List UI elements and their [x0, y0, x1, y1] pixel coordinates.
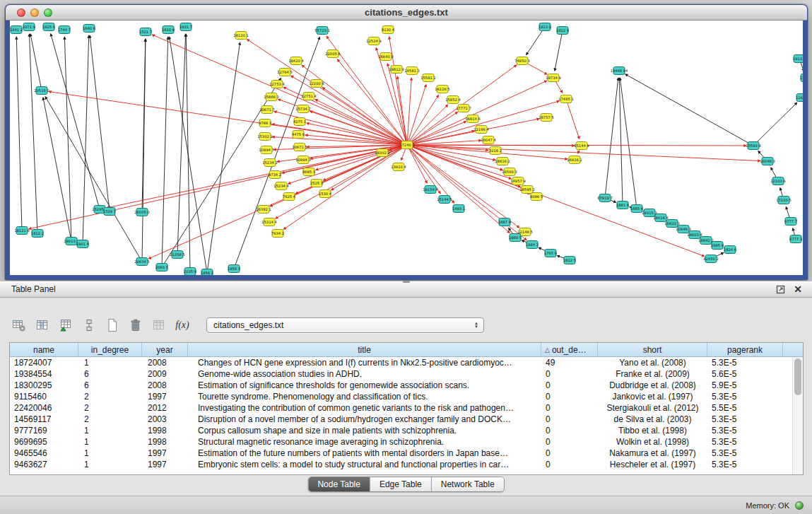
column-header-pagerank[interactable]: pagerank [707, 343, 783, 356]
tab-edge-table[interactable]: Edge Table [370, 477, 432, 491]
column-header-year[interactable]: year [142, 343, 188, 356]
graph-node[interactable]: 9788 3 [259, 119, 271, 127]
graph-node[interactable]: 15866 3 [264, 93, 278, 101]
zoom-window-button[interactable] [44, 8, 52, 17]
graph-node[interactable]: 22005 8 [325, 50, 340, 58]
network-canvas[interactable]: 17240 212524 916640 019812 914581 315581… [10, 21, 803, 275]
graph-node[interactable]: 18816 2 [495, 158, 510, 165]
show-columns-icon[interactable] [33, 316, 52, 334]
graph-node[interactable]: 1812 5 [563, 257, 576, 264]
graph-node[interactable]: 9734 2 [269, 171, 281, 179]
graph-node[interactable]: 16047 4 [481, 136, 496, 144]
graph-node[interactable]: 10994 7 [259, 146, 273, 154]
table-settings-icon[interactable] [10, 316, 28, 334]
graph-node[interactable]: 1640 6 [83, 25, 95, 33]
graph-node[interactable]: 15314 4 [261, 218, 277, 226]
table-row[interactable]: 977716911998Corpus callosum shape and si… [10, 425, 803, 436]
graph-node[interactable]: 15234 2 [262, 159, 277, 167]
graph-node[interactable]: 18757 5 [539, 114, 553, 122]
float-panel-icon[interactable] [776, 285, 785, 294]
table-disabled-icon[interactable] [150, 316, 168, 334]
graph-node[interactable]: 1744 7 [58, 26, 71, 34]
graph-node[interactable]: 15593 8 [746, 142, 760, 150]
graph-node[interactable]: 2071 9 [23, 23, 35, 31]
graph-node[interactable]: 1684 2 [526, 241, 539, 249]
column-header-in_degree[interactable]: in_degree [78, 343, 142, 356]
window-titlebar[interactable]: citations_edges.txt [6, 5, 807, 21]
graph-node[interactable]: 4275 1 [293, 118, 306, 126]
graph-node[interactable]: 1641 2 [10, 26, 23, 34]
graph-node[interactable]: 16814 6 [465, 115, 480, 123]
graph-node[interactable]: 19812 9 [389, 66, 404, 74]
graph-node[interactable]: 1762 7 [800, 74, 803, 82]
graph-node[interactable]: 18595 2 [519, 186, 534, 194]
graph-node[interactable]: 20634 5 [134, 258, 149, 266]
table-row[interactable]: 1872400712008Changes of HCN gene express… [10, 357, 803, 368]
graph-node[interactable]: 26005 0 [134, 209, 149, 216]
graph-node[interactable]: 10994 3 [295, 156, 310, 164]
graph-node[interactable]: 12753 4 [269, 81, 285, 88]
column-header-short[interactable]: short [598, 343, 707, 356]
graph-node[interactable]: 10946 3 [676, 226, 690, 233]
graph-node[interactable]: 1913 9 [793, 55, 803, 63]
graph-node[interactable]: 1824 6 [724, 246, 736, 254]
graph-node[interactable]: 16916 2 [567, 156, 582, 164]
graph-node[interactable]: 1825 0 [42, 23, 55, 31]
graph-node[interactable]: 19734 9 [546, 74, 560, 82]
close-window-button[interactable] [17, 8, 25, 17]
graph-node[interactable]: 1881 6 [616, 201, 629, 209]
graph-node[interactable]: 1493 1 [452, 205, 465, 213]
graph-node[interactable]: 17771 7 [456, 105, 471, 112]
table-row[interactable]: 2242004622012Investigating the contribut… [10, 402, 803, 414]
graph-node[interactable]: 14957 9 [510, 177, 525, 185]
graph-node[interactable]: 14581 3 [404, 67, 419, 75]
graph-node[interactable]: 18302 2 [375, 149, 389, 157]
table-row[interactable]: 911546021997Tourette syndrome. Phenomeno… [10, 391, 803, 402]
graph-node[interactable]: 1956 2 [201, 269, 213, 276]
new-table-icon[interactable] [103, 316, 122, 334]
graph-node[interactable]: 1685 9 [711, 242, 724, 250]
graph-node[interactable]: 15734 7 [295, 105, 310, 113]
graph-node[interactable]: 20516 0 [34, 87, 49, 95]
graph-node[interactable]: 16382 1 [256, 206, 271, 214]
graph-node[interactable]: 12524 9 [366, 37, 381, 45]
graph-node[interactable]: 19154 4 [423, 186, 438, 194]
delete-table-icon[interactable] [126, 316, 145, 334]
graph-node[interactable]: 13910 4 [391, 163, 406, 171]
graph-node[interactable]: 15234 4 [273, 182, 289, 190]
minimize-window-button[interactable] [30, 8, 39, 17]
graph-node[interactable]: 74850 3 [514, 57, 529, 65]
graph-node[interactable]: 18121 6 [14, 227, 29, 235]
graph-node[interactable]: 1812 2 [31, 230, 44, 238]
graph-node[interactable]: 16640 0 [378, 53, 393, 61]
function-builder-icon[interactable]: f(x) [173, 316, 192, 334]
graph-node[interactable]: 16569 3 [502, 168, 517, 176]
graph-node[interactable]: 15581 2 [420, 74, 435, 82]
graph-node[interactable]: 1521 7 [139, 28, 152, 36]
graph-node[interactable]: 17240 2 [399, 141, 414, 149]
table-row[interactable]: 969969511998Structural magnetic resonanc… [10, 436, 803, 448]
close-panel-icon[interactable]: ✕ [794, 284, 802, 295]
graph-node[interactable]: 15144 5 [437, 196, 452, 204]
scrollbar-thumb[interactable] [794, 358, 801, 395]
graph-node[interactable]: 15302 2 [257, 133, 272, 141]
graph-node[interactable]: 19448 94 [611, 67, 628, 75]
table-row[interactable]: 946554611997Estimation of the future num… [10, 448, 803, 459]
graph-node[interactable]: 1161 3 [796, 94, 803, 102]
graph-node[interactable]: 1869 5 [509, 234, 522, 242]
graph-node[interactable]: 12200 8 [309, 80, 324, 88]
column-header-title[interactable]: title [188, 343, 541, 356]
graph-node[interactable]: 1901 4 [76, 240, 90, 248]
graph-node[interactable]: 8130 4 [382, 26, 395, 34]
graph-node[interactable]: 2525 3 [310, 180, 323, 187]
table-selector-dropdown[interactable]: citations_edges.txt ▲ ▼ [206, 317, 484, 333]
graph-node[interactable]: 17485 1 [558, 95, 573, 103]
graph-node[interactable]: 3216 2 [489, 147, 502, 155]
graph-node[interactable]: 1813 0 [539, 23, 551, 31]
graph-node[interactable]: 16046 3 [760, 158, 775, 165]
graph-node[interactable]: 1931 7 [180, 23, 192, 31]
graph-node[interactable]: 15144 9 [574, 142, 589, 150]
graph-node[interactable]: 1810 9 [162, 26, 175, 34]
column-header-out_degree[interactable]: △out_de… [541, 343, 598, 356]
graph-node[interactable]: 67919 7 [597, 194, 612, 202]
